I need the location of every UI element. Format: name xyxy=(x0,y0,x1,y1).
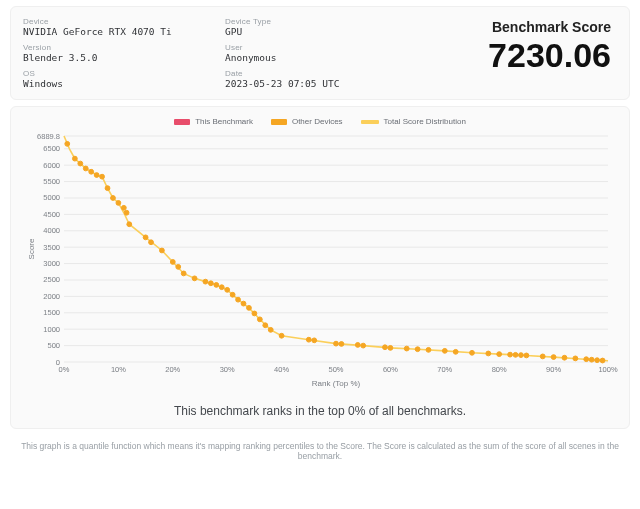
svg-text:80%: 80% xyxy=(492,365,507,374)
svg-text:1500: 1500 xyxy=(43,308,60,317)
info-col-left: Device NVIDIA GeForce RTX 4070 Ti Versio… xyxy=(23,17,225,89)
svg-point-85 xyxy=(426,347,431,352)
svg-point-92 xyxy=(513,352,518,357)
version-value: Blender 3.5.0 xyxy=(23,52,225,63)
svg-text:6500: 6500 xyxy=(43,144,60,153)
series-total-distribution xyxy=(64,136,608,361)
legend-swatch-other xyxy=(271,119,287,125)
score-block: Benchmark Score 7230.06 xyxy=(427,17,617,89)
svg-point-55 xyxy=(149,240,154,245)
svg-text:40%: 40% xyxy=(274,365,289,374)
svg-point-46 xyxy=(94,173,99,178)
svg-point-41 xyxy=(65,141,70,146)
svg-text:5000: 5000 xyxy=(43,193,60,202)
svg-point-84 xyxy=(415,347,420,352)
svg-text:100%: 100% xyxy=(598,365,618,374)
date-value: 2023-05-23 07:05 UTC xyxy=(225,78,427,89)
svg-text:2500: 2500 xyxy=(43,275,60,284)
info-col-right: Device Type GPU User Anonymous Date 2023… xyxy=(225,17,427,89)
svg-text:0%: 0% xyxy=(59,365,70,374)
legend-swatch-total xyxy=(361,120,379,124)
svg-text:500: 500 xyxy=(47,341,60,350)
svg-point-48 xyxy=(105,186,110,191)
svg-point-45 xyxy=(89,169,94,174)
svg-point-95 xyxy=(540,354,545,359)
svg-text:5500: 5500 xyxy=(43,177,60,186)
date-label: Date xyxy=(225,69,427,78)
svg-point-71 xyxy=(257,317,262,322)
legend-total-distribution: Total Score Distribution xyxy=(361,117,466,126)
version-field: Version Blender 3.5.0 xyxy=(23,43,225,63)
svg-point-67 xyxy=(236,297,241,302)
svg-point-50 xyxy=(116,201,121,206)
svg-point-69 xyxy=(247,305,252,310)
device-type-value: GPU xyxy=(225,26,427,37)
y-axis-ticks: 0500100015002000250030003500400045005000… xyxy=(37,132,60,367)
svg-point-58 xyxy=(176,264,181,269)
x-axis-label: Rank (Top %) xyxy=(312,379,361,388)
svg-point-43 xyxy=(78,161,83,166)
svg-text:6889.8: 6889.8 xyxy=(37,132,60,141)
user-field: User Anonymous xyxy=(225,43,427,63)
svg-point-82 xyxy=(388,345,393,350)
svg-text:4500: 4500 xyxy=(43,210,60,219)
legend-label-other: Other Devices xyxy=(292,117,343,126)
svg-point-83 xyxy=(404,346,409,351)
svg-point-98 xyxy=(573,356,578,361)
version-label: Version xyxy=(23,43,225,52)
legend-label-total: Total Score Distribution xyxy=(384,117,466,126)
svg-point-80 xyxy=(361,343,366,348)
os-value: Windows xyxy=(23,78,225,89)
svg-text:4000: 4000 xyxy=(43,226,60,235)
y-axis-label: Score xyxy=(27,238,36,259)
svg-point-91 xyxy=(508,352,513,357)
device-value: NVIDIA GeForce RTX 4070 Ti xyxy=(23,26,225,37)
svg-point-99 xyxy=(584,357,589,362)
svg-point-90 xyxy=(497,352,502,357)
gridlines-horizontal xyxy=(64,136,608,362)
svg-point-93 xyxy=(519,353,524,358)
os-field: OS Windows xyxy=(23,69,225,89)
svg-point-51 xyxy=(121,205,126,210)
svg-point-96 xyxy=(551,355,556,360)
svg-point-56 xyxy=(160,248,165,253)
svg-point-88 xyxy=(470,350,475,355)
svg-point-64 xyxy=(219,285,224,290)
score-title: Benchmark Score xyxy=(427,19,611,35)
svg-point-57 xyxy=(170,260,175,265)
svg-point-77 xyxy=(334,341,339,346)
svg-point-87 xyxy=(453,349,458,354)
svg-point-89 xyxy=(486,351,491,356)
x-axis-ticks: 0%10%20%30%40%50%60%70%80%90%100% xyxy=(59,365,618,374)
svg-point-70 xyxy=(252,311,257,316)
svg-point-61 xyxy=(203,279,208,284)
svg-text:1000: 1000 xyxy=(43,325,60,334)
svg-point-66 xyxy=(230,292,235,297)
svg-point-75 xyxy=(306,337,311,342)
svg-text:60%: 60% xyxy=(383,365,398,374)
svg-text:30%: 30% xyxy=(220,365,235,374)
svg-point-68 xyxy=(241,301,246,306)
date-field: Date 2023-05-23 07:05 UTC xyxy=(225,69,427,89)
svg-point-63 xyxy=(214,283,219,288)
svg-point-53 xyxy=(127,222,132,227)
svg-point-54 xyxy=(143,235,148,240)
svg-point-94 xyxy=(524,353,529,358)
svg-text:3000: 3000 xyxy=(43,259,60,268)
foot-note: This graph is a quantile function which … xyxy=(16,441,624,461)
svg-point-72 xyxy=(263,323,268,328)
svg-point-78 xyxy=(339,342,344,347)
svg-point-81 xyxy=(383,345,388,350)
device-type-label: Device Type xyxy=(225,17,427,26)
svg-text:3500: 3500 xyxy=(43,243,60,252)
svg-point-44 xyxy=(83,166,88,171)
chart-plot: 0500100015002000250030003500400045005000… xyxy=(22,130,618,390)
legend-other-devices: Other Devices xyxy=(271,117,343,126)
chart-legend: This Benchmark Other Devices Total Score… xyxy=(19,117,621,126)
svg-point-62 xyxy=(208,281,213,286)
svg-text:90%: 90% xyxy=(546,365,561,374)
legend-swatch-this xyxy=(174,119,190,125)
svg-point-59 xyxy=(181,271,186,276)
chart-svg: 0500100015002000250030003500400045005000… xyxy=(22,130,618,390)
svg-point-100 xyxy=(589,357,594,362)
